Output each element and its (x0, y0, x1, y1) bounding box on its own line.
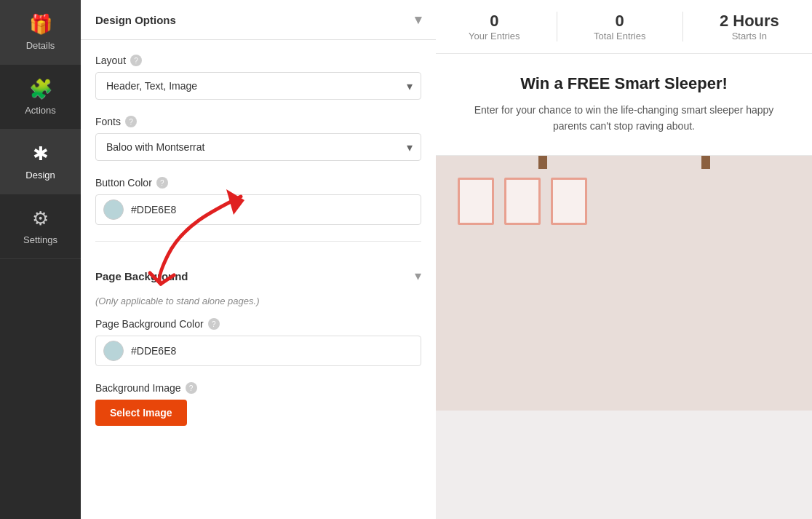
page-bg-color-swatch (103, 341, 124, 361)
stat-divider-1 (557, 12, 557, 41)
actions-icon: 🧩 (29, 78, 52, 100)
select-image-button[interactable]: Select Image (95, 400, 187, 426)
layout-group: Layout ? Header, Text, Image ▾ (95, 55, 421, 100)
preview-body: Enter for your chance to win the life-ch… (465, 102, 783, 135)
button-color-group: Button Color ? #DDE6E8 (95, 177, 421, 225)
layout-help-icon[interactable]: ? (130, 55, 142, 66)
sidebar-label-actions: Actions (25, 105, 56, 116)
background-image-help-icon[interactable]: ? (186, 382, 197, 394)
crib-legs (538, 156, 710, 169)
settings-icon: ⚙ (32, 207, 49, 230)
button-color-swatch (103, 199, 124, 220)
fonts-select-wrapper: Baloo with Montserrat ▾ (95, 133, 421, 161)
stat-divider-2 (682, 12, 683, 41)
fonts-group: Fonts ? Baloo with Montserrat ▾ (95, 116, 421, 161)
panel-collapse-chevron[interactable]: ▾ (415, 12, 421, 28)
page-background-title: Page Background (95, 270, 188, 282)
total-entries-value: 0 (594, 12, 646, 31)
sidebar-item-design[interactable]: ✱ Design (0, 130, 81, 194)
button-color-input[interactable]: #DDE6E8 (95, 194, 421, 225)
gift-icon: 🎁 (29, 13, 52, 36)
art-frame-2 (504, 178, 541, 225)
page-background-chevron[interactable]: ▾ (415, 268, 421, 284)
sidebar-label-details: Details (26, 40, 55, 51)
design-icon: ✱ (33, 143, 49, 165)
sidebar: 🎁 Details 🧩 Actions ✱ Design ⚙ Settings (0, 0, 81, 519)
sidebar-item-details[interactable]: 🎁 Details (0, 0, 81, 65)
button-color-value: #DDE6E8 (131, 204, 176, 215)
sidebar-item-settings[interactable]: ⚙ Settings (0, 194, 81, 259)
panel-title: Design Options (95, 14, 176, 26)
fonts-help-icon[interactable]: ? (125, 116, 137, 127)
sidebar-item-actions[interactable]: 🧩 Actions (0, 65, 81, 130)
page-background-note: (Only applicable to stand alone pages.) (95, 296, 421, 306)
fonts-select[interactable]: Baloo with Montserrat (95, 133, 421, 161)
stat-total-entries: 0 Total Entries (594, 12, 646, 41)
wall-art (458, 178, 587, 225)
section-divider (95, 241, 421, 242)
your-entries-label: Your Entries (469, 31, 520, 41)
sidebar-label-settings: Settings (23, 234, 57, 245)
preview-panel: 0 Your Entries 0 Total Entries 2 Hours S… (436, 0, 812, 519)
page-background-section-header[interactable]: Page Background ▾ (95, 256, 421, 296)
layout-select[interactable]: Header, Text, Image (95, 72, 421, 100)
preview-headline: Win a FREE Smart Sleeper! (465, 74, 783, 93)
background-image-group: Background Image ? Select Image (95, 382, 421, 426)
button-color-label: Button Color ? (95, 177, 421, 189)
page-bg-color-help-icon[interactable]: ? (208, 318, 220, 330)
crib-leg-right (701, 156, 710, 169)
page-bg-color-group: Page Background Color ? #DDE6E8 (95, 318, 421, 366)
page-bg-color-input[interactable]: #DDE6E8 (95, 336, 421, 366)
layout-select-wrapper: Header, Text, Image ▾ (95, 72, 421, 100)
total-entries-label: Total Entries (594, 31, 646, 41)
preview-image-area: Playtime (436, 156, 812, 411)
art-frame-3 (551, 178, 587, 225)
layout-label: Layout ? (95, 55, 421, 66)
starts-in-value: 2 Hours (720, 12, 779, 31)
stat-your-entries: 0 Your Entries (469, 12, 520, 41)
stat-starts-in: 2 Hours Starts In (720, 12, 779, 41)
fonts-label: Fonts ? (95, 116, 421, 127)
crib-leg-left (538, 156, 547, 169)
panel-content: Layout ? Header, Text, Image ▾ Fonts ? B… (81, 40, 436, 519)
page-bg-color-label: Page Background Color ? (95, 318, 421, 330)
page-bg-color-value: #DDE6E8 (131, 345, 176, 357)
button-color-help-icon[interactable]: ? (156, 177, 168, 189)
stats-bar: 0 Your Entries 0 Total Entries 2 Hours S… (436, 0, 812, 54)
starts-in-label: Starts In (720, 31, 779, 41)
panel-header: Design Options ▾ (81, 0, 436, 40)
art-frame-1 (458, 178, 494, 225)
preview-content: Win a FREE Smart Sleeper! Enter for your… (436, 54, 812, 156)
background-image-label: Background Image ? (95, 382, 421, 394)
your-entries-value: 0 (469, 12, 520, 31)
sidebar-label-design: Design (25, 170, 55, 181)
design-panel: Design Options ▾ Layout ? Header, Text, … (81, 0, 436, 519)
page-background-content: (Only applicable to stand alone pages.) … (95, 296, 421, 426)
